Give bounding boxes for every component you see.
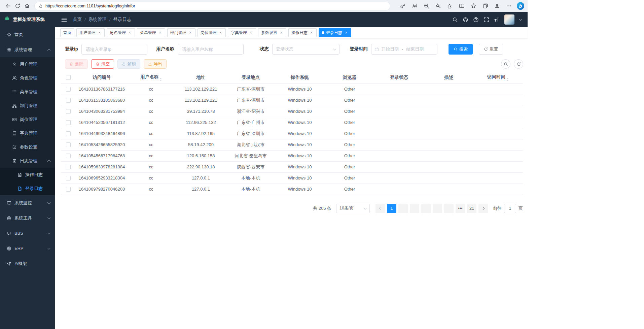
browser-home-icon[interactable] (22, 1, 32, 11)
sort-icon[interactable] (507, 78, 509, 81)
row-checkbox[interactable] (66, 87, 71, 92)
close-icon[interactable]: × (249, 31, 253, 35)
read-aloud-icon[interactable] (411, 1, 418, 11)
breadcrumb-home[interactable]: 首页 (73, 17, 82, 23)
search-icon[interactable] (452, 17, 458, 23)
fullscreen-icon[interactable] (484, 17, 489, 23)
row-checkbox[interactable] (66, 142, 71, 147)
row-checkbox[interactable] (66, 109, 71, 114)
tab-dept-management[interactable]: 部门管理× (167, 28, 195, 37)
bing-chat-icon[interactable]: b (517, 1, 524, 11)
tab-menu-management[interactable]: 菜单管理× (137, 28, 165, 37)
sidebar-item-system-management[interactable]: 系统管理 (0, 42, 55, 57)
status-select[interactable]: 登录状态 (272, 44, 339, 55)
delete-button[interactable]: 删除 (65, 59, 88, 69)
font-size-icon[interactable] (494, 17, 500, 23)
profile-icon[interactable] (493, 1, 501, 11)
sidebar-item-yi-framework[interactable]: Yi框架 (0, 256, 55, 271)
close-icon[interactable]: × (158, 31, 162, 35)
reset-button[interactable]: 重置 (479, 44, 503, 55)
row-checkbox[interactable] (66, 165, 71, 169)
sidebar-item-system-tools[interactable]: 系统工具 (0, 210, 55, 226)
goto-page-input[interactable] (504, 204, 516, 213)
sidebar-item-role-management[interactable]: 角色管理 (0, 71, 55, 85)
export-button[interactable]: 导出 (144, 59, 167, 69)
close-icon[interactable]: × (218, 31, 223, 35)
more-pages-button[interactable]: ••• (456, 204, 465, 213)
back-icon[interactable] (3, 1, 13, 11)
search-button[interactable]: 搜索 (449, 44, 473, 55)
extensions-icon[interactable] (446, 1, 454, 11)
sidebar-item-dict-management[interactable]: 字典管理 (0, 126, 55, 140)
hamburger-icon[interactable] (61, 17, 67, 23)
page-button[interactable] (444, 204, 454, 213)
tab-param-settings[interactable]: 参数设置× (258, 28, 286, 37)
toggle-search-button[interactable] (501, 59, 510, 69)
next-page-button[interactable] (478, 204, 488, 213)
password-key-icon[interactable] (399, 1, 406, 11)
sidebar-item-bbs[interactable]: BBS (0, 226, 55, 241)
select-all-checkbox[interactable] (66, 75, 71, 80)
user-name-input[interactable] (178, 44, 244, 55)
zoom-out-icon[interactable] (423, 1, 430, 11)
unlock-button[interactable]: 解锁 (117, 59, 140, 69)
sidebar-item-operation-log[interactable]: 操作日志 (0, 168, 55, 182)
col-visit-time[interactable]: 访问时间 (473, 71, 523, 84)
tab-operation-log[interactable]: 操作日志× (288, 28, 317, 37)
row-checkbox[interactable] (66, 131, 71, 136)
page-button[interactable] (433, 204, 442, 213)
close-icon[interactable]: × (279, 31, 283, 35)
close-icon[interactable]: × (188, 31, 192, 35)
sidebar-item-login-log[interactable]: 登录日志 (0, 182, 55, 195)
browser-menu-icon[interactable] (505, 1, 512, 11)
tab-user-management[interactable]: 用户管理× (76, 28, 105, 37)
close-icon[interactable]: × (309, 31, 314, 35)
row-checkbox[interactable] (66, 176, 71, 180)
sidebar-item-param-settings[interactable]: 参数设置 (0, 140, 55, 154)
sidebar-item-post-management[interactable]: 岗位管理 (0, 112, 55, 126)
sidebar-item-user-management[interactable]: 用户管理 (0, 57, 55, 71)
close-icon[interactable]: × (97, 31, 102, 35)
row-checkbox[interactable] (66, 154, 71, 158)
collections-icon[interactable] (481, 1, 489, 11)
prev-page-button[interactable] (375, 204, 385, 213)
help-icon[interactable] (473, 17, 479, 23)
page-button[interactable] (421, 204, 431, 213)
col-user-name[interactable]: 用户名称 (128, 71, 174, 84)
row-checkbox[interactable] (66, 187, 71, 192)
date-range-picker[interactable]: 开始日期 - 结束日期 (371, 44, 437, 55)
page-button[interactable] (410, 204, 419, 213)
address-bar[interactable]: https://ccnetcore.com:1101/system/log/lo… (34, 2, 390, 10)
sidebar-item-menu-management[interactable]: 菜单管理 (0, 85, 55, 99)
add-favorite-icon[interactable] (434, 1, 442, 11)
clear-button[interactable]: 清空 (91, 59, 114, 69)
tab-post-management[interactable]: 岗位管理× (198, 28, 226, 37)
tab-dict-management[interactable]: 字典管理× (228, 28, 256, 37)
close-icon[interactable]: × (344, 31, 348, 35)
sidebar-item-home[interactable]: 首页 (0, 27, 55, 42)
tab-login-log[interactable]: 登录日志× (319, 28, 351, 37)
breadcrumb-system[interactable]: 系统管理 (88, 17, 107, 23)
user-avatar[interactable] (504, 14, 514, 25)
page-button-current[interactable]: 1 (387, 204, 396, 213)
close-icon[interactable]: × (128, 31, 132, 35)
row-checkbox[interactable] (66, 120, 71, 125)
sidebar-item-dept-management[interactable]: 部门管理 (0, 99, 55, 112)
sidebar-item-system-monitor[interactable]: 系统监控 (0, 195, 55, 210)
tab-home[interactable]: 首页 (60, 28, 74, 37)
page-size-select[interactable]: 10条/页 (336, 204, 370, 213)
site-lock-icon[interactable] (39, 4, 43, 8)
login-ip-input[interactable] (81, 44, 147, 55)
github-icon[interactable] (463, 17, 468, 23)
favorites-icon[interactable] (470, 1, 477, 11)
sidebar-item-log-management[interactable]: 日志管理 (0, 154, 55, 168)
refresh-table-button[interactable] (514, 59, 523, 69)
split-screen-icon[interactable] (458, 1, 465, 11)
tab-role-management[interactable]: 角色管理× (107, 28, 135, 37)
row-checkbox[interactable] (66, 98, 71, 103)
page-button[interactable] (398, 204, 408, 213)
reload-icon[interactable] (13, 1, 22, 11)
sort-icon[interactable] (160, 78, 162, 81)
sidebar-item-erp[interactable]: ERP (0, 241, 55, 256)
last-page-button[interactable]: 21 (467, 204, 476, 213)
